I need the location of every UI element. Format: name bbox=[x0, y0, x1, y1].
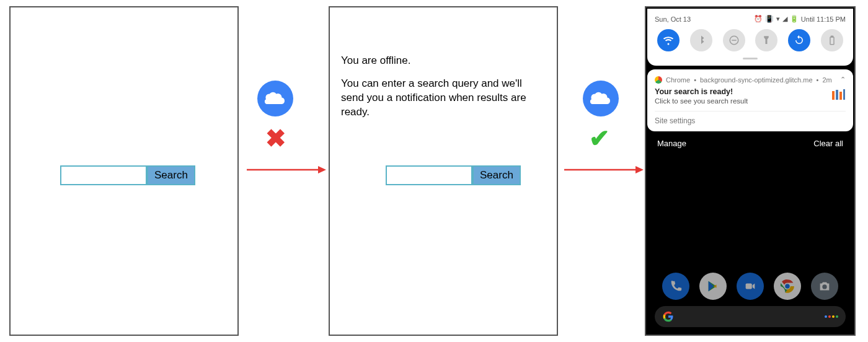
battery-icon: 🔋 bbox=[790, 15, 799, 23]
notification-title: Your search is ready! bbox=[655, 87, 748, 96]
app-chrome[interactable] bbox=[774, 273, 801, 300]
cloud-icon bbox=[257, 81, 293, 116]
svg-rect-6 bbox=[830, 37, 834, 45]
notification-app: Chrome bbox=[666, 76, 690, 84]
chrome-icon bbox=[655, 76, 662, 84]
offline-body: You can enter a search query and we'll s… bbox=[341, 77, 546, 120]
app-play[interactable] bbox=[699, 273, 727, 300]
svg-rect-11 bbox=[843, 89, 845, 100]
notification-source: background-sync-optimized.glitch.me bbox=[700, 76, 813, 84]
toggle-wifi[interactable] bbox=[657, 29, 680, 51]
app-badge-icon bbox=[831, 87, 846, 102]
svg-rect-12 bbox=[746, 283, 752, 289]
svg-point-17 bbox=[822, 284, 826, 289]
google-logo-icon bbox=[662, 310, 675, 323]
search-button[interactable]: Search bbox=[472, 165, 521, 185]
quick-settings-panel: Sun, Oct 13 ⏰ 📳 ▾ ◢ 🔋 Until 11:15 PM bbox=[647, 9, 853, 66]
panel-step-3: Sun, Oct 13 ⏰ 📳 ▾ ◢ 🔋 Until 11:15 PM bbox=[645, 6, 856, 336]
fail-x-icon: ✖ bbox=[265, 124, 286, 152]
toggle-flashlight[interactable] bbox=[755, 29, 777, 51]
offline-message: You are offline. You can enter a search … bbox=[341, 54, 546, 128]
svg-marker-3 bbox=[636, 166, 644, 173]
app-phone[interactable] bbox=[662, 273, 689, 300]
svg-rect-7 bbox=[831, 36, 833, 37]
offline-title: You are offline. bbox=[341, 54, 546, 68]
quick-settings-handle[interactable] bbox=[743, 58, 758, 59]
search-input[interactable] bbox=[60, 165, 147, 185]
google-search-bar[interactable] bbox=[655, 306, 846, 327]
signal-icon: ◢ bbox=[782, 15, 787, 23]
notification-age: 2m bbox=[822, 76, 831, 84]
notification-card[interactable]: Chrome • background-sync-optimized.glitc… bbox=[647, 69, 853, 131]
success-check-icon: ✔ bbox=[589, 124, 610, 152]
vibrate-icon: 📳 bbox=[765, 15, 774, 23]
app-duo[interactable] bbox=[737, 273, 764, 300]
quick-toggles bbox=[652, 29, 848, 55]
notification-action-site-settings[interactable]: Site settings bbox=[655, 111, 846, 125]
wifi-icon: ▾ bbox=[776, 15, 780, 23]
app-camera[interactable] bbox=[811, 273, 838, 300]
search-row: Search bbox=[386, 165, 521, 185]
wallpaper bbox=[649, 151, 852, 332]
notification-body: Your search is ready! Click to see you s… bbox=[655, 87, 846, 105]
search-input[interactable] bbox=[386, 165, 472, 185]
notification-header: Chrome • background-sync-optimized.glitc… bbox=[655, 76, 846, 84]
manage-button[interactable]: Manage bbox=[657, 139, 686, 148]
assistant-icon[interactable] bbox=[825, 315, 838, 318]
arrow-right-icon bbox=[564, 164, 645, 175]
status-until: Until 11:15 PM bbox=[801, 15, 846, 23]
status-right: ⏰ 📳 ▾ ◢ 🔋 Until 11:15 PM bbox=[754, 15, 846, 23]
toggle-bluetooth[interactable] bbox=[690, 29, 712, 51]
alarm-icon: ⏰ bbox=[754, 15, 763, 23]
toggle-dnd[interactable] bbox=[723, 29, 745, 51]
toggle-battery-saver[interactable] bbox=[821, 29, 843, 51]
panel-step-1: Search bbox=[9, 6, 239, 336]
clear-all-button[interactable]: Clear all bbox=[813, 139, 843, 148]
status-date: Sun, Oct 13 bbox=[655, 15, 691, 23]
svg-rect-9 bbox=[836, 90, 838, 100]
app-dock bbox=[647, 273, 853, 300]
shade-actions: Manage Clear all bbox=[647, 131, 853, 156]
svg-marker-1 bbox=[318, 166, 326, 173]
svg-rect-8 bbox=[832, 91, 835, 100]
android-screen: Sun, Oct 13 ⏰ 📳 ▾ ◢ 🔋 Until 11:15 PM bbox=[647, 9, 853, 333]
arrow-right-icon bbox=[247, 164, 327, 175]
status-bar: Sun, Oct 13 ⏰ 📳 ▾ ◢ 🔋 Until 11:15 PM bbox=[652, 14, 848, 29]
expand-icon[interactable]: ⌃ bbox=[840, 76, 846, 84]
panel-step-2: You are offline. You can enter a search … bbox=[329, 6, 558, 336]
search-button[interactable]: Search bbox=[147, 165, 195, 185]
svg-rect-10 bbox=[839, 92, 842, 100]
cloud-icon bbox=[583, 81, 619, 116]
notification-subtitle: Click to see you search result bbox=[655, 97, 748, 105]
search-row: Search bbox=[60, 165, 195, 185]
toggle-autorotate[interactable] bbox=[788, 29, 810, 51]
